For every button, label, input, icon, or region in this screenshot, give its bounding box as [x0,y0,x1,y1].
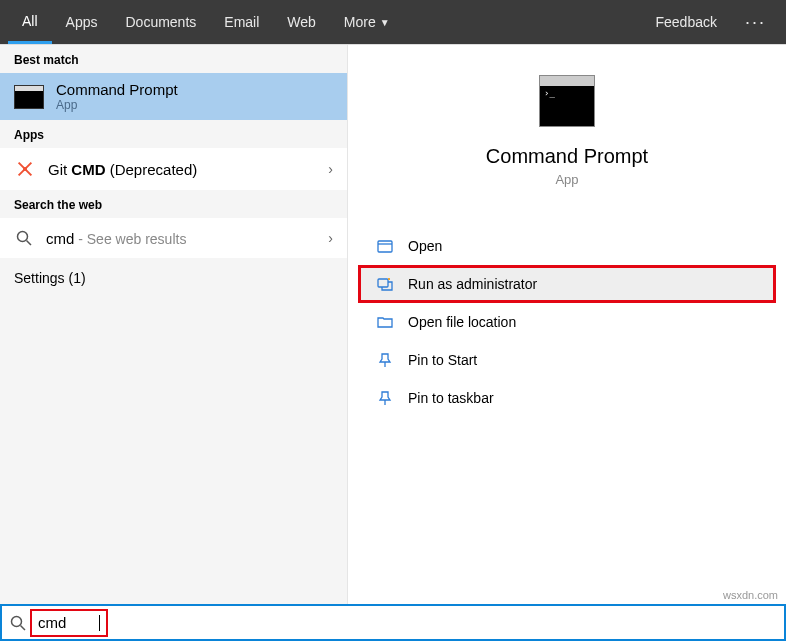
tab-label: More [344,14,376,30]
git-icon [14,158,36,180]
svg-point-8 [12,616,22,626]
action-pin-to-start[interactable]: Pin to Start [358,341,776,379]
tab-label: All [22,13,38,29]
settings-result[interactable]: Settings (1) [0,258,347,298]
svg-rect-7 [378,279,388,287]
svg-line-9 [21,625,26,630]
action-label: Open file location [408,314,516,330]
tab-label: Web [287,14,316,30]
result-preview-panel: Command Prompt App Open Run as administr… [348,45,786,604]
chevron-down-icon: ▼ [380,17,390,28]
cmd-icon-large [539,75,595,127]
feedback-label: Feedback [656,14,717,30]
feedback-button[interactable]: Feedback [640,14,733,30]
preview-actions: Open Run as administrator Open file loca… [348,227,786,417]
search-results-content: Best match Command Prompt App Apps Git C… [0,44,786,604]
web-result-label: cmd - See web results [46,230,186,247]
pin-icon [376,351,394,369]
action-label: Run as administrator [408,276,537,292]
action-label: Pin to taskbar [408,390,494,406]
action-run-as-administrator[interactable]: Run as administrator [358,265,776,303]
svg-point-2 [23,167,27,171]
svg-point-3 [18,232,28,242]
options-button[interactable]: ··· [733,12,778,33]
svg-line-4 [27,241,32,246]
search-web-header: Search the web [0,190,347,218]
settings-label: Settings (1) [14,270,86,286]
open-icon [376,237,394,255]
cmd-icon [14,85,44,109]
watermark: wsxdn.com [723,589,778,601]
best-match-header: Best match [0,45,347,73]
best-match-title: Command Prompt [56,81,178,98]
search-filter-header: All Apps Documents Email Web More ▼ Feed… [0,0,786,44]
tab-more[interactable]: More ▼ [330,0,404,44]
preview-header: Command Prompt App [348,45,786,227]
tab-apps[interactable]: Apps [52,0,112,44]
tab-all[interactable]: All [8,0,52,44]
web-result-item[interactable]: cmd - See web results › [0,218,347,258]
app-result-label: Git CMD (Deprecated) [48,161,197,178]
tab-label: Documents [125,14,196,30]
pin-icon [376,389,394,407]
text-cursor [99,615,100,631]
search-bar[interactable] [0,604,786,641]
chevron-right-icon: › [328,161,333,177]
best-match-subtitle: App [56,98,178,112]
tab-documents[interactable]: Documents [111,0,210,44]
action-open[interactable]: Open [358,227,776,265]
more-icon: ··· [745,12,766,32]
search-icon [8,613,28,633]
tab-email[interactable]: Email [210,0,273,44]
action-open-file-location[interactable]: Open file location [358,303,776,341]
tab-web[interactable]: Web [273,0,330,44]
results-list: Best match Command Prompt App Apps Git C… [0,45,348,604]
search-icon [14,228,34,248]
admin-icon [376,275,394,293]
svg-rect-5 [378,241,392,252]
preview-title: Command Prompt [486,145,648,168]
search-input[interactable] [38,614,98,631]
action-label: Pin to Start [408,352,477,368]
tab-label: Email [224,14,259,30]
apps-header: Apps [0,120,347,148]
app-result-git-cmd[interactable]: Git CMD (Deprecated) › [0,148,347,190]
action-label: Open [408,238,442,254]
folder-icon [376,313,394,331]
action-pin-to-taskbar[interactable]: Pin to taskbar [358,379,776,417]
search-input-highlight [32,611,106,635]
tab-label: Apps [66,14,98,30]
best-match-item[interactable]: Command Prompt App [0,73,347,120]
preview-subtitle: App [555,172,578,187]
chevron-right-icon: › [328,230,333,246]
